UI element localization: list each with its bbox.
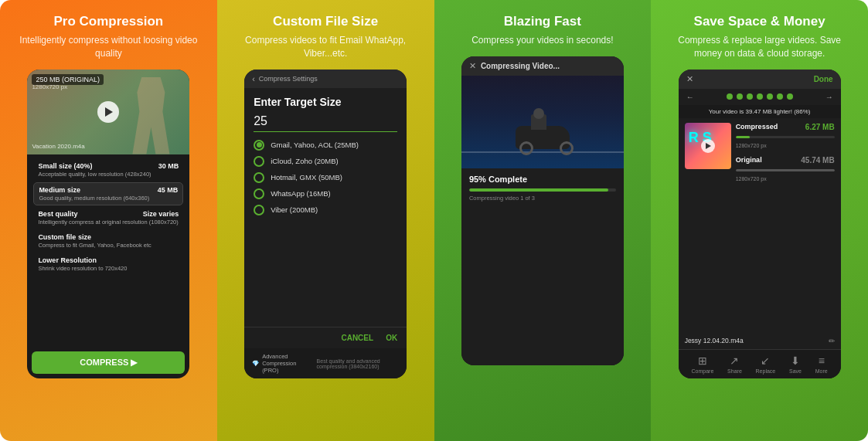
- arrow-left-icon[interactable]: ←: [686, 93, 694, 101]
- phone-mockup-3: ✕ Compressing Video... 95% Complete Comp…: [461, 56, 624, 365]
- panel-2-subtitle: Compress videos to fit Email WhatApp, Vi…: [230, 34, 422, 60]
- edit-icon[interactable]: ✏: [829, 337, 835, 345]
- panel-2-title: Custom File Size: [273, 14, 378, 29]
- progress-status: Compressing video 1 of 3: [469, 195, 616, 202]
- more-tool[interactable]: ≡ More: [815, 354, 828, 374]
- dot-7: [787, 93, 793, 100]
- radio-icon-icloud: [254, 156, 264, 167]
- close-icon[interactable]: ✕: [469, 61, 476, 71]
- replace-icon: ↙: [761, 354, 770, 367]
- radio-hotmail[interactable]: Hotmail, GMX (50MB): [254, 172, 397, 183]
- option-lower-res[interactable]: Lower Resolution Shrink video resolution…: [33, 253, 183, 275]
- dot-3: [747, 93, 753, 100]
- phone-mockup-4: ✕ Done ← → Your video is 39.47 MB lighte…: [679, 70, 841, 378]
- option-custom[interactable]: Custom file size Compress to fit Gmail, …: [33, 230, 183, 252]
- dot-5: [767, 93, 773, 100]
- radio-gmail[interactable]: Gmail, Yahoo, AOL (25MB): [254, 140, 397, 151]
- compress-settings-body: Enter Target Size 25 Gmail, Yahoo, AOL (…: [244, 88, 407, 327]
- video-filename: Vacation 2020.m4a: [32, 143, 84, 150]
- play-button[interactable]: [97, 101, 119, 123]
- close-icon-4[interactable]: ✕: [686, 74, 693, 84]
- compress-button[interactable]: COMPRESS ▶: [32, 351, 185, 374]
- compressing-title: Compressing Video...: [481, 62, 560, 70]
- panel-1-title: Pro Compression: [54, 14, 164, 29]
- moto-body-shape: [516, 126, 570, 149]
- compressed-bar-fill: [736, 136, 750, 138]
- saved-badge: Your video is 39.47 MB lighter! (86%): [679, 105, 841, 118]
- advanced-compression-bar[interactable]: 💎 Advanced Compression (PRO) Best qualit…: [244, 348, 407, 378]
- thumb-play-icon: [706, 143, 711, 149]
- replace-tool[interactable]: ↙ Replace: [756, 354, 776, 374]
- compressed-row: Compressed 6.27 MB: [736, 123, 835, 131]
- compress-settings-header: ‹ Compress Settings: [244, 70, 407, 88]
- wheel-front: [560, 141, 574, 155]
- done-header: ✕ Done: [679, 70, 841, 89]
- progress-bar-background: [469, 188, 616, 192]
- rider: [531, 114, 546, 130]
- radio-icon-viber: [254, 205, 264, 215]
- original-bar-fill: [736, 169, 835, 171]
- done-label[interactable]: Done: [814, 75, 833, 83]
- dot-4: [757, 93, 763, 100]
- cancel-button[interactable]: CANCEL: [341, 334, 373, 342]
- enter-target-title: Enter Target Size: [254, 96, 397, 108]
- video-thumbnail: R S: [685, 123, 731, 169]
- share-icon: ↗: [730, 354, 739, 367]
- compare-area: R S Compressed 6.27 MB 1280x720 px Origi…: [679, 118, 841, 333]
- arrow-right-icon[interactable]: →: [825, 93, 833, 101]
- ok-button[interactable]: OK: [386, 334, 397, 342]
- dot-1: [727, 93, 733, 100]
- video-res: 1280x720 px: [32, 83, 67, 90]
- motorcycle: [516, 126, 570, 157]
- radio-icon-whatsapp: [254, 188, 264, 199]
- back-icon[interactable]: ‹: [252, 74, 255, 83]
- radio-icloud[interactable]: iCloud, Zoho (20MB): [254, 156, 397, 167]
- thumb-play-button[interactable]: [701, 139, 715, 153]
- panel-3-title: Blazing Fast: [504, 14, 581, 29]
- compression-options: Small size (40%) 30 MB Acceptable qualit…: [27, 154, 189, 348]
- save-tool[interactable]: ⬇ Save: [789, 354, 802, 374]
- panel-4-subtitle: Compress & replace large videos. Save mo…: [663, 34, 856, 60]
- video-container: 250 MB (ORIGINAL) 1280x720 px Vacation 2…: [27, 70, 189, 154]
- panel-4-title: Save Space & Money: [694, 14, 825, 29]
- compare-tool[interactable]: ⊞ Compare: [692, 354, 714, 374]
- progress-dots: ← →: [679, 89, 841, 105]
- radio-icon-gmail: [254, 140, 264, 151]
- radio-icon-hotmail: [254, 172, 264, 183]
- save-icon: ⬇: [791, 354, 800, 367]
- share-tool[interactable]: ↗ Share: [727, 354, 742, 374]
- compressing-video: [461, 76, 624, 168]
- dots-row: [727, 93, 793, 100]
- target-size-input[interactable]: 25: [254, 114, 397, 132]
- panel-3-subtitle: Compress your videos in seconds!: [471, 34, 613, 47]
- dot-6: [777, 93, 783, 100]
- diamond-icon: 💎: [252, 360, 259, 367]
- compressed-bar-bg: [736, 136, 835, 138]
- dot-2: [737, 93, 743, 100]
- panel-pro-compression: Pro Compression Intelligently compress w…: [0, 0, 217, 441]
- bottom-toolbar: ⊞ Compare ↗ Share ↙ Replace ⬇ Save ≡ Mor…: [679, 349, 841, 378]
- progress-area: 95% Complete Compressing video 1 of 3: [461, 168, 624, 365]
- compare-icon: ⊞: [698, 354, 707, 367]
- dialog-footer: CANCEL OK: [244, 327, 407, 348]
- radio-whatsapp[interactable]: WhatsApp (16MB): [254, 188, 397, 199]
- phone-mockup-2: ‹ Compress Settings Enter Target Size 25…: [244, 70, 407, 378]
- panel-blazing-fast: Blazing Fast Compress your videos in sec…: [434, 0, 652, 441]
- radio-viber[interactable]: Viber (200MB): [254, 205, 397, 215]
- play-icon: [105, 107, 113, 117]
- filename-row: Jessy 12.04.20.m4a ✏: [679, 333, 841, 349]
- option-small[interactable]: Small size (40%) 30 MB Acceptable qualit…: [33, 159, 183, 181]
- more-icon: ≡: [819, 354, 825, 367]
- option-best[interactable]: Best quality Size varies Intelligently c…: [33, 207, 183, 229]
- filename-text: Jessy 12.04.20.m4a: [685, 337, 744, 344]
- wheel-back: [519, 141, 533, 155]
- panel-save-space: Save Space & Money Compress & replace la…: [651, 0, 868, 441]
- figure-silhouette: [128, 77, 174, 154]
- header-label: Compress Settings: [259, 75, 318, 83]
- panel-1-subtitle: Intelligently compress without loosing v…: [12, 34, 205, 60]
- option-medium[interactable]: Medium size 45 MB Good quality, medium r…: [33, 182, 183, 205]
- original-row: Original 45.74 MB: [736, 156, 835, 165]
- progress-bar-fill: [469, 188, 609, 192]
- progress-percent: 95% Complete: [469, 175, 616, 184]
- original-bar-bg: [736, 169, 835, 171]
